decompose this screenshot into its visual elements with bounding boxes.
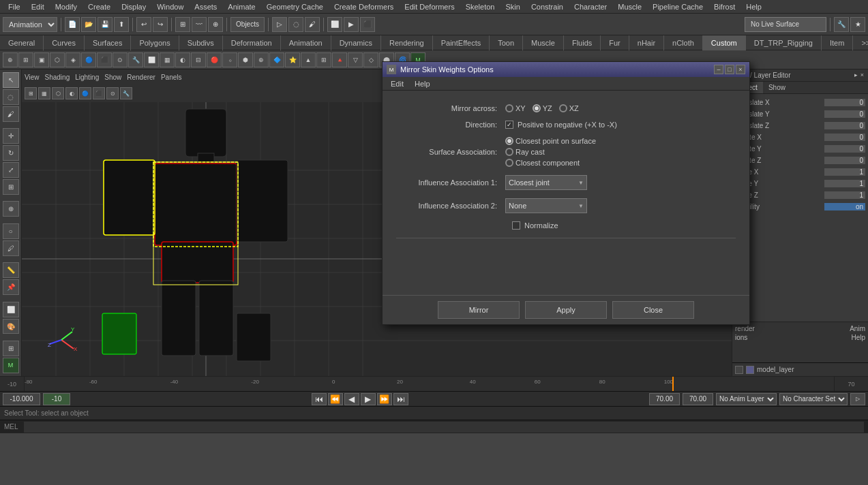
shelf-icon-5[interactable]: ◈ [65,52,80,67]
normalize-checkbox[interactable] [512,221,520,230]
tab-curves[interactable]: Curves [44,35,85,50]
menu-constrain[interactable]: Constrain [526,3,569,11]
radio-xz[interactable]: XZ [559,104,579,112]
tab-dt-trp-rigging[interactable]: DT_TRP_Rigging [746,35,822,50]
timeline-track[interactable]: -80 -60 -40 -20 0 20 40 60 80 100 [25,377,834,391]
radio-closest-component[interactable]: Closest component [505,159,596,167]
right-tab-show[interactable]: Show [763,82,791,93]
shelf-icon-24[interactable]: ◇ [363,52,378,67]
shelf-icon-15[interactable]: ⬦ [222,52,237,67]
select-tool-btn[interactable]: ↖ [3,72,19,88]
shelf-icon-9[interactable]: 🔧 [128,52,143,67]
universal-tool-btn[interactable]: ⊞ [3,179,19,195]
menu-bifrost[interactable]: Bifrost [708,3,740,11]
tab-subdivs[interactable]: Subdivs [179,35,223,50]
channel-value-8[interactable]: 1 [824,191,865,199]
region-btn[interactable]: ⬜ [3,302,19,317]
tab-nhair[interactable]: nHair [629,35,664,50]
snap-curve-btn[interactable]: 〰 [192,17,207,32]
channel-value-4[interactable]: 0 [824,145,865,153]
influence-assoc2-dropdown[interactable]: None ▼ [505,198,587,213]
shelf-icon-4[interactable]: ⬡ [50,52,65,67]
lasso-btn[interactable]: ◌ [288,17,303,32]
shelf-icon-10[interactable]: ⬜ [144,52,159,67]
shelf-icon-21[interactable]: ⊞ [316,52,331,67]
objects-btn[interactable]: Objects [230,17,265,32]
menu-edit[interactable]: Edit [26,3,50,11]
measure-btn[interactable]: 📏 [3,262,19,278]
undo-btn[interactable]: ↩ [136,17,151,32]
right-panel-close[interactable]: × [860,72,864,79]
shelf-icon-17[interactable]: ⊕ [254,52,269,67]
menu-window[interactable]: Window [151,3,189,11]
channel-value-0[interactable]: 0 [824,99,865,106]
direction-checkbox[interactable] [505,121,513,129]
dialog-minimize-btn[interactable]: – [714,65,723,74]
vp-icon-1[interactable]: ⊞ [25,87,37,99]
tab-polygons[interactable]: Polygons [131,35,179,50]
menu-geometry-cache[interactable]: Geometry Cache [261,3,329,11]
goto-end-btn[interactable]: ⏭ [393,393,408,405]
tab-animation[interactable]: Animation [281,35,331,50]
tab-deformation[interactable]: Deformation [223,35,281,50]
channel-value-7[interactable]: 1 [824,180,865,187]
viewport-show-menu[interactable]: Show [104,74,121,81]
anim-tab[interactable]: Anim [850,325,865,332]
shelf-icon-13[interactable]: ⊟ [191,52,206,67]
end-playback-input[interactable] [649,393,680,405]
shelf-icon-12[interactable]: ◐ [175,52,190,67]
shelf-icon-3[interactable]: ▣ [34,52,49,67]
vp-icon-2[interactable]: ▦ [38,87,50,99]
menu-edit-deformers[interactable]: Edit Deformers [399,3,460,11]
start-frame-input[interactable] [3,393,40,405]
live-surface-selector[interactable]: No Live Surface [745,17,826,32]
tab-item[interactable]: Item [822,35,853,50]
shelf-icon-19[interactable]: ⭐ [285,52,300,67]
viewport-view-menu[interactable]: View [25,74,40,81]
viewport-shading-menu[interactable]: Shading [45,74,70,81]
tab-painteffects[interactable]: PaintEffects [433,35,490,50]
right-panel-collapse[interactable]: ▸ [854,72,858,79]
module-dropdown[interactable]: Animation Modeling Rigging [3,17,57,32]
move-tool-btn[interactable]: ✛ [3,128,19,144]
viewport-panels-menu[interactable]: Panels [161,74,182,81]
tab-custom[interactable]: Custom [703,35,746,50]
vp-icon-7[interactable]: ⊙ [106,87,119,99]
shelf-icon-18[interactable]: 🔷 [269,52,284,67]
channel-value-5[interactable]: 0 [824,157,865,164]
channel-value-6[interactable]: 1 [824,168,865,176]
menu-pipeline-cache[interactable]: Pipeline Cache [647,3,708,11]
shelf-icon-8[interactable]: ⊙ [113,52,128,67]
step-back-btn[interactable]: ⏪ [328,393,343,405]
soft-mod-btn[interactable]: ○ [3,223,19,239]
shelf-icon-11[interactable]: ▦ [160,52,175,67]
select-btn[interactable]: ▷ [272,17,287,32]
construction-history-btn[interactable]: 🔧 [834,17,849,32]
channel-value-3[interactable]: 0 [824,134,865,141]
shelf-icon-23[interactable]: ▽ [348,52,363,67]
mirror-btn[interactable]: Mirror [438,301,520,319]
current-frame-input[interactable] [43,393,70,405]
shelf-icon-22[interactable]: 🔺 [332,52,347,67]
save-btn[interactable]: 💾 [98,17,113,32]
open-btn[interactable]: 📂 [81,17,96,32]
tab-muscle[interactable]: Muscle [523,35,564,50]
dialog-close-btn[interactable]: × [736,65,745,74]
menu-muscle[interactable]: Muscle [612,3,647,11]
channel-value-1[interactable]: 0 [824,110,865,118]
dialog-menu-help[interactable]: Help [409,80,436,88]
menu-display[interactable]: Display [116,3,151,11]
menu-create[interactable]: Create [83,3,116,11]
paint-btn-left[interactable]: 🎨 [3,319,19,334]
tab-general[interactable]: General [0,35,44,50]
snap-point-btn[interactable]: ⊕ [208,17,223,32]
play-back-btn[interactable]: ◀ [344,393,359,405]
menu-skeleton[interactable]: Skeleton [460,3,500,11]
help-tab[interactable]: Help [851,334,865,341]
close-dialog-btn[interactable]: Close [612,301,694,319]
vp-icon-4[interactable]: ◐ [65,87,78,99]
shelf-icon-16[interactable]: ⬢ [238,52,253,67]
dialog-titlebar[interactable]: M Mirror Skin Weights Options – □ × [383,62,749,77]
paint-btn[interactable]: 🖌 [305,17,320,32]
lasso-tool-btn[interactable]: ◌ [3,89,19,105]
